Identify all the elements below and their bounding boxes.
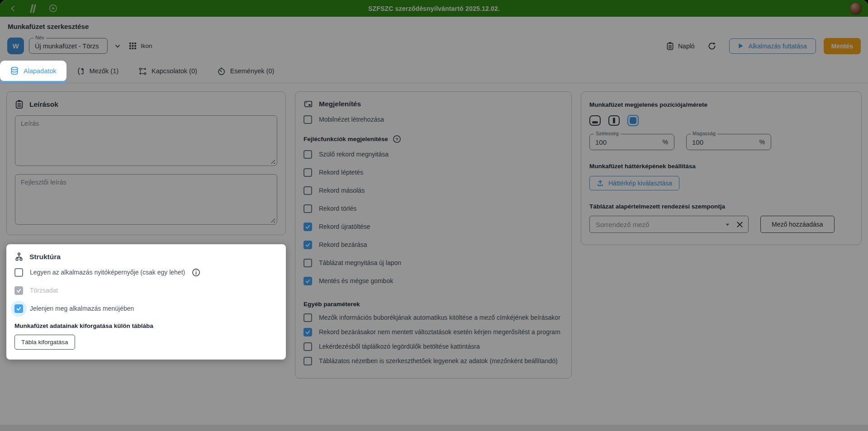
position-bottom-button[interactable] bbox=[589, 115, 601, 126]
display-icon bbox=[304, 99, 313, 109]
size-inputs: Szélesség % Magasság % bbox=[589, 134, 853, 150]
height-field[interactable]: Magasság % bbox=[686, 134, 771, 150]
fields-icon bbox=[76, 67, 85, 76]
pivot-heading: Munkafüzet adatainak kiforgatása külön t… bbox=[14, 322, 278, 329]
checkbox[interactable] bbox=[304, 186, 312, 195]
chevron-down-icon[interactable] bbox=[725, 222, 730, 227]
play-circle-icon[interactable] bbox=[46, 2, 60, 15]
checkbox-row: Szülő rekord megnyitása bbox=[304, 150, 563, 159]
back-icon[interactable] bbox=[6, 2, 20, 15]
database-icon bbox=[10, 66, 19, 76]
width-input[interactable] bbox=[590, 138, 663, 146]
developer-description-textarea[interactable] bbox=[15, 174, 277, 225]
structure-card: Struktúra Legyen az alkalmazás nyitóképe… bbox=[6, 244, 286, 360]
checkbox-row: Mentés és mégse gombok bbox=[304, 277, 563, 285]
display-card: Megjelenítés Mobilnézet létrehozása Fejl… bbox=[295, 91, 572, 379]
choose-background-button[interactable]: Háttérkép kiválasztása bbox=[589, 176, 679, 190]
checkbox-label: Táblázatos nézetben is szerkeszthetőek l… bbox=[319, 357, 558, 365]
checkbox-row: Rekord másolás bbox=[304, 186, 563, 195]
checkbox[interactable] bbox=[304, 357, 312, 365]
checkbox[interactable] bbox=[304, 168, 312, 177]
info-icon[interactable] bbox=[192, 268, 200, 277]
checkbox-row: Lekérdezésből táplálkozó legördülők betö… bbox=[304, 342, 563, 351]
name-dropdown-chevron-icon[interactable] bbox=[114, 43, 121, 49]
user-avatar[interactable] bbox=[850, 3, 862, 14]
sort-row: Sorrendező mező Mező hozzáadása bbox=[589, 216, 853, 233]
grid-icon bbox=[129, 42, 137, 50]
tab-label: Események (0) bbox=[230, 67, 275, 75]
description-textarea[interactable] bbox=[15, 115, 277, 166]
position-fullscreen-button[interactable] bbox=[627, 115, 639, 126]
pivot-table-button[interactable]: Tábla kiforgatása bbox=[14, 335, 75, 350]
events-icon bbox=[217, 67, 226, 76]
refresh-icon[interactable] bbox=[707, 42, 716, 51]
checkbox-row: Táblázat megnyitása új lapon bbox=[304, 259, 563, 267]
add-field-button[interactable]: Mező hozzáadása bbox=[760, 216, 835, 233]
checkbox[interactable] bbox=[304, 115, 312, 124]
descriptions-card: Leírások bbox=[6, 91, 286, 235]
checkbox-label: Szülő rekord megnyitása bbox=[319, 150, 389, 159]
checkbox[interactable] bbox=[304, 204, 312, 213]
checkbox-row: Törzsadat bbox=[14, 286, 278, 295]
app-logo-icon bbox=[26, 2, 40, 15]
checkbox[interactable] bbox=[304, 277, 312, 285]
checkbox[interactable] bbox=[304, 328, 312, 336]
checkbox[interactable] bbox=[304, 150, 312, 159]
play-icon bbox=[738, 43, 744, 49]
checkbox-label: Legyen az alkalmazás nyitóképernyője (cs… bbox=[30, 268, 185, 277]
checkbox-label: Rekord újratöltése bbox=[319, 223, 370, 231]
structure-title: Struktúra bbox=[29, 253, 61, 261]
height-field-label: Magasság bbox=[691, 131, 717, 136]
tab-label: Kapcsolatok (0) bbox=[152, 67, 197, 75]
checkbox[interactable] bbox=[304, 342, 312, 351]
checkbox-label: Rekord léptetés bbox=[319, 168, 363, 177]
checkbox-row: Jelenjen meg alkalmazás menüjében bbox=[14, 304, 278, 313]
checkbox-label: Jelenjen meg alkalmazás menüjében bbox=[30, 304, 134, 313]
name-input[interactable] bbox=[29, 43, 107, 50]
checkbox[interactable] bbox=[304, 313, 312, 322]
left-column: Leírások Struktúra bbox=[6, 91, 286, 360]
sort-field-placeholder: Sorrendező mező bbox=[596, 221, 725, 228]
tab-alapadatok[interactable]: Alapadatok bbox=[0, 61, 66, 81]
appearance-card: Munkafüzet megjelenés pozíciója/mérete S… bbox=[581, 91, 862, 245]
help-icon[interactable]: ? bbox=[393, 135, 401, 143]
sort-heading: Táblázat alapértelmezett rendezési szemp… bbox=[589, 203, 853, 210]
position-side-button[interactable] bbox=[608, 115, 620, 126]
checkbox[interactable] bbox=[304, 259, 312, 267]
tab-kapcsolatok[interactable]: Kapcsolatok (0) bbox=[128, 61, 207, 81]
clipboard-icon bbox=[15, 99, 24, 109]
developer-description-textarea-wrap bbox=[15, 174, 277, 227]
run-application-button[interactable]: Alkalmazás futtatása bbox=[729, 38, 816, 54]
checkbox-row: Táblázatos nézetben is szerkeszthetőek l… bbox=[304, 357, 563, 365]
checkbox[interactable] bbox=[304, 241, 312, 249]
tab-bar: Alapadatok Mezők (1) Kapcsolatok (0) Ese… bbox=[0, 61, 868, 83]
icon-picker[interactable]: Ikon bbox=[129, 42, 152, 50]
tab-label: Alapadatok bbox=[24, 67, 57, 75]
toolbar: W Név Ikon Napló Alkalmazá bbox=[0, 34, 868, 61]
checkbox[interactable] bbox=[14, 268, 23, 277]
tab-esemenyek[interactable]: Események (0) bbox=[207, 61, 285, 81]
checkbox-label: Rekord másolás bbox=[319, 186, 365, 195]
checkbox-label: Lekérdezésből táplálkozó legördülők betö… bbox=[319, 342, 480, 351]
checkbox[interactable] bbox=[14, 304, 23, 313]
clear-icon[interactable] bbox=[736, 221, 744, 228]
name-field-label: Név bbox=[33, 35, 46, 40]
width-field[interactable]: Szélesség % bbox=[589, 134, 674, 150]
workbook-initial-badge[interactable]: W bbox=[7, 38, 24, 54]
checkbox-row: Rekord bezárásakor nem mentett változtat… bbox=[304, 328, 563, 336]
app-window: SZFSZC szerződésnyilvántartó 2025.12.02.… bbox=[0, 0, 868, 431]
sort-field-select[interactable]: Sorrendező mező bbox=[589, 216, 749, 233]
name-field[interactable]: Név bbox=[29, 38, 108, 54]
checkbox-row: Mobilnézet létrehozása bbox=[304, 115, 563, 124]
checkbox[interactable] bbox=[304, 223, 312, 231]
position-heading: Munkafüzet megjelenés pozíciója/mérete bbox=[589, 101, 853, 108]
height-input[interactable] bbox=[687, 138, 759, 146]
header-functions-heading: Fejlécfunkciók megjelenítése bbox=[304, 136, 388, 142]
tab-mezok[interactable]: Mezők (1) bbox=[66, 61, 128, 81]
checkbox-label: Rekord törlés bbox=[319, 204, 356, 213]
page-title: Munkafüzet szerkesztése bbox=[0, 17, 868, 34]
checkbox-label: Táblázat megnyitása új lapon bbox=[319, 259, 401, 267]
save-button[interactable]: Mentés bbox=[824, 38, 861, 54]
log-button[interactable]: Napló bbox=[666, 42, 695, 50]
background-heading: Munkafüzet háttérképének beállítása bbox=[589, 163, 853, 170]
